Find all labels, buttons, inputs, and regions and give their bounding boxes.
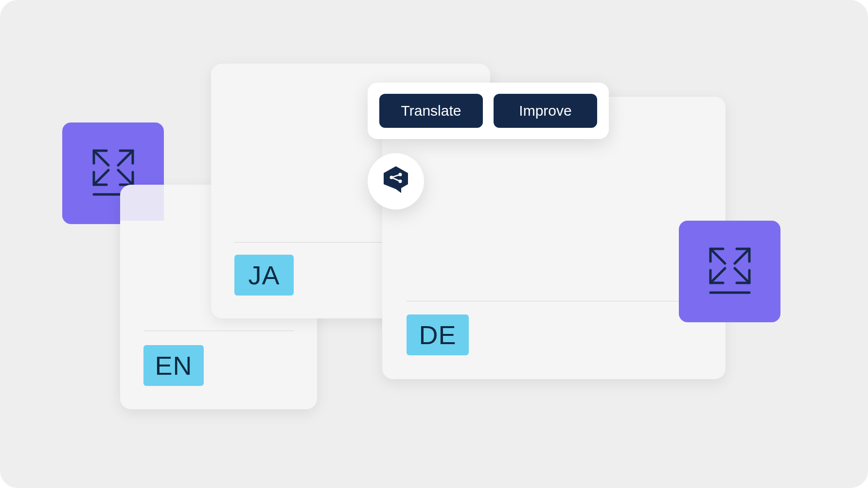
language-code-label: JA [248,260,280,290]
expand-icon [706,244,754,299]
button-label: Improve [519,103,571,119]
language-code-label: DE [419,320,456,350]
language-card-de: DE [382,97,726,379]
illustration-canvas: EN JA DE Translate Improve [0,0,868,488]
translate-button[interactable]: Translate [379,94,483,128]
language-badge-en: EN [143,345,204,386]
improve-button[interactable]: Improve [494,94,597,128]
action-toolbar: Translate Improve [368,83,609,139]
overlay-highlight [120,185,164,221]
app-logo-icon [381,165,411,198]
language-badge-de: DE [407,314,469,355]
button-label: Translate [401,103,461,119]
language-code-label: EN [155,350,192,381]
app-logo-button[interactable] [368,153,424,209]
expand-tile-right [679,221,780,322]
card-divider [407,301,701,301]
card-divider [143,331,294,331]
language-badge-ja: JA [234,255,294,296]
